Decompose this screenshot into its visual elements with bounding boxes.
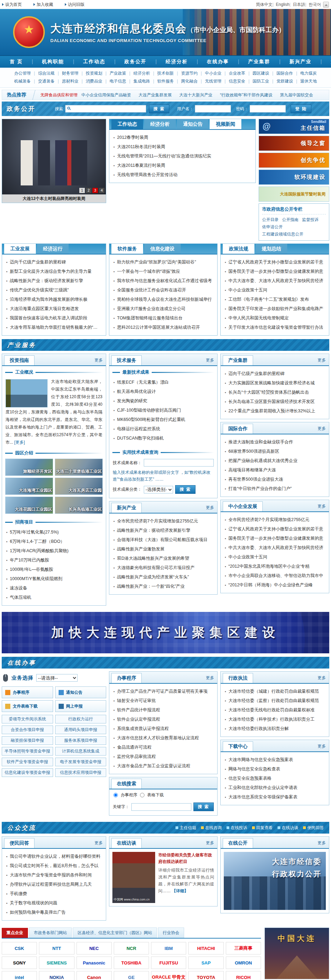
hot-link[interactable]: 大连产业集群发展: [139, 92, 172, 97]
park-thumbnail[interactable]: 长兴岛临港工业区: [55, 496, 103, 514]
tab-video-news[interactable]: 视频新闻: [210, 119, 241, 129]
service-shortcut-button[interactable]: 服务体系项目申报: [55, 736, 106, 745]
nav-item[interactable]: 新兴产业: [270, 59, 312, 65]
article-link[interactable]: 68家世界500强进驻高新区: [225, 447, 325, 456]
project-link[interactable]: 10000MT/Y氢氧化镁阻燃剂: [6, 574, 102, 584]
lang-link[interactable]: 한국어: [305, 2, 321, 7]
tab-online-open[interactable]: 在线公开: [223, 838, 253, 848]
news-link[interactable]: 无线电管理局“2011—无线行动”应急通信演练纪实: [113, 151, 251, 161]
article-link[interactable]: 市中小企业局联合大连移动、中智信达助力我市中: [225, 571, 325, 581]
article-link[interactable]: 双D港大连战略性新兴产业发展的希望: [113, 554, 213, 563]
service-shortcut-button[interactable]: 合资合作项目申报: [2, 725, 53, 734]
park-thumbnail[interactable]: 大连三十里堡临港工业区: [55, 458, 103, 476]
article-link[interactable]: 战略性新兴产业成为经济发展“火车头”: [113, 573, 213, 582]
article-link[interactable]: 中共大连市委、大连市人民政府关于加快民营经济: [225, 543, 325, 552]
service-shortcut-button[interactable]: 行政权力运行: [55, 715, 106, 724]
search-input[interactable]: [65, 105, 146, 113]
achievement-name-input[interactable]: [144, 459, 214, 466]
banner-soft-environment[interactable]: 软环境建设: [258, 170, 329, 185]
article-link[interactable]: 打造“中日软件产业合作的金门户”: [225, 484, 325, 493]
enterprise-logo[interactable]: GE: [114, 971, 149, 980]
article-link[interactable]: 工信部《电子商务“十二五”发展规划》发布: [225, 295, 325, 304]
quick-button-notices[interactable]: 通知公告: [55, 686, 106, 698]
park-thumbnail[interactable]: 大连花园口工业园区: [5, 496, 53, 514]
keyword-input[interactable]: [131, 803, 192, 811]
lang-link[interactable]: English: [272, 2, 289, 7]
enterprise-logo[interactable]: TOSHIBA: [114, 956, 149, 969]
enterprise-logo[interactable]: NCR: [114, 942, 149, 955]
tab-invest-guide[interactable]: 投资指南: [4, 355, 35, 365]
slideshow-caption[interactable]: 大连12个本土时装品牌亮相时装周: [2, 194, 106, 203]
article-link[interactable]: 战略性新兴产业：一个新“四化”产业: [113, 582, 213, 591]
law-link[interactable]: 大连市经信委（城建）行政处罚自由裁量权规范: [225, 687, 325, 696]
qa-link[interactable]: 如何预防电脑中毒及弹出广告: [6, 908, 102, 917]
exchange-quick-link[interactable]: 主任信箱: [176, 825, 196, 831]
procedure-link[interactable]: 软件企业认定申报流程: [113, 715, 213, 724]
law-link[interactable]: 大连市经信委行政执法职责分解: [225, 724, 325, 733]
banner-director-mailbox[interactable]: @ SendMail 主任信箱: [258, 119, 329, 134]
service-shortcut-button[interactable]: 半导体照明专项资金申报: [2, 747, 53, 756]
enterprise-logo[interactable]: CSK: [2, 942, 37, 955]
promo-banner[interactable]: 加快大连现代产业聚集区建设: [2, 612, 329, 653]
more-link[interactable]: 更多: [318, 743, 329, 751]
tab-download-center[interactable]: 下载中心: [223, 741, 253, 751]
utility-link[interactable]: 加入收藏: [33, 2, 53, 8]
sub-nav-link[interactable]: 软件服务: [150, 79, 174, 84]
nav-item[interactable]: 机构职能: [23, 59, 64, 65]
hot-link[interactable]: 中小企业信用保险产品融资: [81, 92, 131, 97]
project-link[interactable]: 气体压缩机: [6, 593, 102, 602]
exchange-quick-link[interactable]: 在线投诉: [226, 825, 247, 831]
procedure-link[interactable]: 大连市信息技术人才职业教育基地认定流程: [113, 733, 213, 743]
service-shortcut-button[interactable]: 通用码头项目申报: [55, 725, 106, 734]
admin-power-open-banner[interactable]: 大连市经信委 行政权力公开: [224, 852, 326, 910]
article-link[interactable]: 中华人民共和国无线电管制规定: [225, 313, 325, 323]
service-shortcut-button[interactable]: 软件产业专项资金申报: [2, 757, 53, 766]
article-link[interactable]: 战略性新兴产业蓬勃发展: [113, 544, 213, 554]
sub-nav-link[interactable]: 综合法规: [31, 71, 54, 76]
nav-item[interactable]: 党建工作: [311, 59, 331, 65]
tab-economic-operation[interactable]: 经济运行: [37, 244, 69, 254]
article-link[interactable]: 长兴岛临港工业区晋升国家级经济技术开发区: [225, 397, 325, 406]
sub-nav-link[interactable]: 园区建设: [245, 71, 269, 76]
enterprise-logo[interactable]: SONY: [2, 956, 37, 969]
article-link[interactable]: 一个展会与一个城市的“谐振”效应: [113, 267, 213, 276]
sub-nav-link[interactable]: 国防工业: [245, 79, 269, 84]
sub-nav-link[interactable]: 无线管理: [198, 79, 221, 84]
article-link[interactable]: 助力软件产业由“班加罗尔”迈向“美国硅谷”: [113, 258, 213, 267]
article-link[interactable]: “2012中日韩（环渤海）中小企业绿色产业峰: [225, 581, 325, 590]
tab-economy-analysis[interactable]: 经济分析: [144, 119, 176, 129]
article-link[interactable]: 新型工业化提升大连综合竞争力的主导力量: [6, 267, 102, 276]
info-open-link[interactable]: 公开目录: [262, 217, 279, 222]
tab-district-sites[interactable]: 区县经济、信息化主管部门（园区）网站: [73, 928, 157, 938]
sub-nav-link[interactable]: 电力煤炭: [293, 71, 317, 76]
more-link[interactable]: 更多: [318, 426, 329, 434]
tab-online-interview[interactable]: 在线访谈: [111, 838, 142, 848]
download-link[interactable]: 大连市网络与信息安全应急预案表: [225, 755, 325, 765]
info-open-link[interactable]: 工程建设领域信息公开: [262, 232, 303, 237]
article-link[interactable]: 合德海洋科技（大连）有限公司船舶压载水项目: [113, 535, 213, 544]
enterprise-logo[interactable]: TOYOTA: [188, 971, 223, 980]
more-link[interactable]: 更多: [318, 503, 329, 511]
enterprise-logo[interactable]: ORACLE 甲骨文: [151, 971, 186, 980]
enterprise-logo[interactable]: Canon: [76, 971, 112, 980]
radio-procedures[interactable]: [113, 793, 118, 797]
article-link[interactable]: 亚洲最大IT服务企业在连成立分公司: [113, 304, 213, 313]
nav-item[interactable]: 经济分析: [147, 59, 188, 65]
tab-policy[interactable]: 政策法规: [223, 244, 255, 254]
article-link[interactable]: TOM集团智能终端云服务陆续出台: [113, 313, 213, 323]
sub-nav-link[interactable]: 办公管理: [14, 71, 31, 76]
hot-link[interactable]: 大连十大新兴产业: [179, 92, 212, 97]
pager-3-active[interactable]: 3: [92, 188, 98, 193]
exchange-quick-link[interactable]: 在线访谈: [277, 825, 298, 831]
enterprise-logo[interactable]: 三菱商事: [226, 942, 261, 955]
service-shortcut-button[interactable]: 融资担保项目申报: [2, 736, 53, 745]
procedure-link[interactable]: 系统集成资质认证申报流程: [113, 724, 213, 733]
nav-item[interactable]: 政务公开: [105, 59, 147, 65]
article-link[interactable]: 简柏特全球领导人会议在大连生态科技创新城举行: [113, 295, 213, 304]
utility-link[interactable]: 设为首页: [2, 2, 22, 8]
sub-nav-link[interactable]: 集成电路: [126, 79, 150, 84]
tab-informatization[interactable]: 信息化建设: [144, 244, 181, 254]
article-link[interactable]: 推进大连制造业和金融业联手合作: [225, 438, 325, 447]
slideshow-photo[interactable]: 1 2 3 4: [2, 119, 106, 194]
article-link[interactable]: 中小企业政策十五问: [225, 286, 325, 295]
